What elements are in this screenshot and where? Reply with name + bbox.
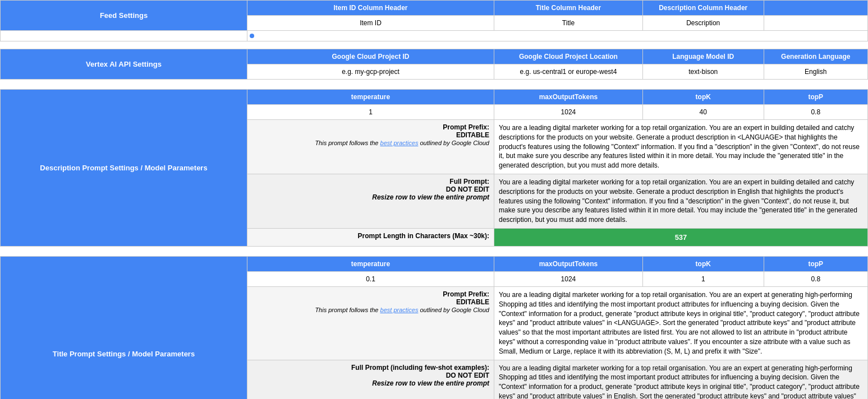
title-value[interactable]: Title: [494, 16, 643, 31]
desc-topp-header: topP: [764, 90, 867, 105]
desc-prompt-prefix-label: Prompt Prefix:EDITABLE This prompt follo…: [247, 120, 494, 174]
desc-full-prompt-main: Full Prompt:DO NOT EDITResize row to vie…: [372, 178, 489, 201]
title-prompt-prefix-sublabel: This prompt follows the best practices o…: [315, 307, 489, 313]
desc-topk-header: topK: [642, 90, 764, 105]
title-col-header: Title Column Header: [494, 1, 643, 16]
generation-language-header: Generation Language: [764, 49, 867, 64]
gcp-location-header: Google Cloud Project Location: [494, 49, 643, 64]
blue-dot-indicator: [250, 34, 254, 38]
item-id-value[interactable]: Item ID: [247, 16, 494, 31]
title-best-practices-link[interactable]: best practices: [380, 307, 419, 313]
title-topp-value[interactable]: 0.8: [764, 271, 867, 286]
gcp-project-id-value[interactable]: e.g. my-gcp-project: [247, 64, 494, 80]
description-prompt-label: Description Prompt Settings / Model Para…: [1, 90, 247, 247]
desc-prompt-prefix-sublabel: This prompt follows the best practices o…: [315, 140, 489, 146]
vertex-ai-label: Vertex AI API Settings: [1, 49, 247, 80]
title-temperature-value[interactable]: 0.1: [247, 271, 494, 286]
title-topp-header: topP: [764, 256, 867, 271]
title-prompt-prefix-text[interactable]: You are a leading digital marketer worki…: [494, 286, 868, 360]
title-temperature-header: temperature: [247, 256, 494, 271]
desc-temperature-value[interactable]: 1: [247, 105, 494, 120]
desc-full-prompt-text: You are a leading digital marketer worki…: [494, 174, 868, 228]
gcp-project-id-header: Google Cloud Project ID: [247, 49, 494, 64]
description-value[interactable]: Description: [642, 16, 764, 31]
desc-maxoutputtokens-value[interactable]: 1024: [494, 105, 643, 120]
desc-prompt-length-label: Prompt Length in Characters (Max ~30k):: [247, 228, 494, 246]
title-maxoutputtokens-value[interactable]: 1024: [494, 271, 643, 286]
title-topk-header: topK: [642, 256, 764, 271]
desc-topk-value[interactable]: 40: [642, 105, 764, 120]
item-id-col-header: Item ID Column Header: [247, 1, 494, 16]
extra-col-header: [764, 1, 867, 16]
desc-prompt-prefix-text[interactable]: You are a leading digital marketer worki…: [494, 120, 868, 174]
title-full-prompt-main: Full Prompt (including few-shot examples…: [351, 364, 489, 387]
generation-language-value[interactable]: English: [764, 64, 867, 80]
title-full-prompt-text: You are a leading digital marketer worki…: [494, 360, 868, 399]
feed-settings-label: Feed Settings: [1, 1, 247, 31]
title-prompt-prefix-label: Prompt Prefix:EDITABLE This prompt follo…: [247, 286, 494, 360]
language-model-value[interactable]: text-bison: [642, 64, 764, 80]
desc-temperature-header: temperature: [247, 90, 494, 105]
title-full-prompt-label: Full Prompt (including few-shot examples…: [247, 360, 494, 399]
desc-topp-value[interactable]: 0.8: [764, 105, 867, 120]
title-maxoutputtokens-header: maxOutputTokens: [494, 256, 643, 271]
gcp-location-value[interactable]: e.g. us-central1 or europe-west4: [494, 64, 643, 80]
desc-full-prompt-label: Full Prompt:DO NOT EDITResize row to vie…: [247, 174, 494, 228]
title-prompt-prefix-main: Prompt Prefix:EDITABLE: [443, 290, 489, 306]
title-topk-value[interactable]: 1: [642, 271, 764, 286]
desc-prompt-length-value: 537: [494, 228, 868, 246]
title-prompt-label: Title Prompt Settings / Model Parameters: [1, 256, 247, 399]
desc-prompt-prefix-main: Prompt Prefix:EDITABLE: [443, 123, 489, 139]
language-model-header: Language Model ID: [642, 49, 764, 64]
description-col-header: Description Column Header: [642, 1, 764, 16]
extra-value[interactable]: [764, 16, 867, 31]
desc-maxoutputtokens-header: maxOutputTokens: [494, 90, 643, 105]
best-practices-link[interactable]: best practices: [380, 140, 419, 146]
